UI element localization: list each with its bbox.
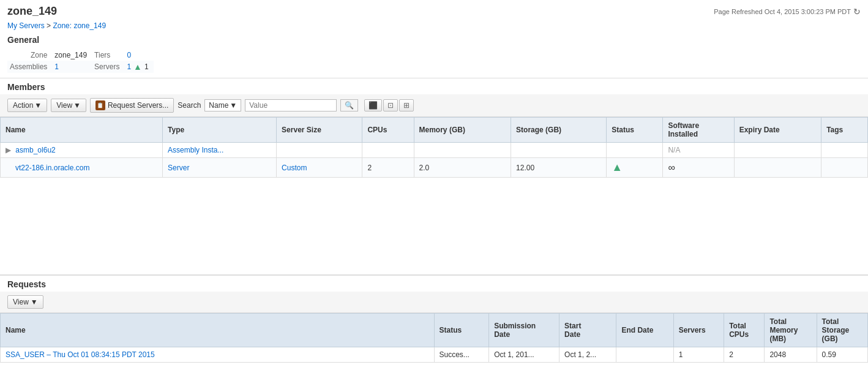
members-table-header: Name Type Server Size CPUs Memory (GB) S… <box>1 118 868 143</box>
row-software: N/A <box>663 143 734 158</box>
row-status: ▲ <box>607 158 663 178</box>
server-type-link[interactable]: Server <box>168 164 189 172</box>
req-col-status: Status <box>434 314 489 347</box>
assemblies-link[interactable]: 1 <box>54 62 59 71</box>
filter-name: Name <box>209 101 228 110</box>
spacer <box>0 178 868 270</box>
table-row: ▶ asmb_ol6u2 Assembly Insta... N/A <box>1 143 868 158</box>
table-row: SSA_USER – Thu Oct 01 08:34:15 PDT 2015 … <box>1 347 868 363</box>
tree-expand-icon[interactable]: ▶ <box>6 146 11 154</box>
assemblies-value: 1 <box>50 61 92 73</box>
req-col-end: End Date <box>616 314 673 347</box>
col-software: SoftwareInstalled <box>663 118 734 143</box>
req-total-memory: 2048 <box>765 347 817 363</box>
request-link[interactable]: SSA_USER – Thu Oct 01 08:34:15 PDT 2015 <box>6 350 155 359</box>
row-cpus <box>362 143 414 158</box>
breadcrumb: My Servers > Zone: zone_149 <box>0 20 868 31</box>
page-refresh: Page Refreshed Oct 4, 2015 3:00:23 PM PD… <box>714 7 861 17</box>
search-input[interactable] <box>245 99 337 111</box>
tiers-value: 0 <box>122 50 153 61</box>
col-storage: Storage (GB) <box>511 118 607 143</box>
req-col-servers: Servers <box>673 314 724 347</box>
status-badge: Succes... <box>440 350 470 359</box>
row-storage <box>511 143 607 158</box>
toolbar-icons: ⬛ ⊡ ⊞ <box>364 99 414 111</box>
req-submission-date: Oct 1, 201... <box>489 347 559 363</box>
row-name: ▶ asmb_ol6u2 <box>1 143 163 158</box>
server-cpus: 2 <box>367 164 372 172</box>
req-col-submission: SubmissionDate <box>489 314 559 347</box>
zone-label: Zone <box>7 50 50 61</box>
filter-arrow: ▼ <box>230 101 237 110</box>
action-dropdown-arrow: ▼ <box>34 101 42 110</box>
breadcrumb-my-servers[interactable]: My Servers <box>7 21 45 30</box>
filter-dropdown[interactable]: Name ▼ <box>204 99 241 111</box>
row-storage: 12.00 <box>511 158 607 178</box>
view-dropdown-arrow: ▼ <box>73 101 81 110</box>
requests-section-title: Requests <box>0 276 868 292</box>
server-storage: 12.00 <box>516 164 534 172</box>
general-section-title: General <box>0 31 868 47</box>
req-servers: 1 <box>673 347 724 363</box>
refresh-text: Page Refreshed Oct 4, 2015 3:00:23 PM PD… <box>714 8 851 15</box>
servers-value: 1 ▲ 1 <box>122 61 153 73</box>
general-info-table: Zone zone_149 Tiers 0 Assemblies 1 Serve… <box>7 50 154 73</box>
action-label: Action <box>13 101 33 110</box>
request-servers-label: Request Servers... <box>108 101 168 110</box>
requests-table: Name Status SubmissionDate StartDate End… <box>0 313 868 363</box>
row-server-size <box>277 143 362 158</box>
req-col-name: Name <box>1 314 435 347</box>
assembly-type-link[interactable]: Assembly Insta... <box>168 146 223 154</box>
row-status <box>607 143 663 158</box>
search-label: Search <box>178 101 201 110</box>
requests-view-button[interactable]: View ▼ <box>7 295 43 309</box>
wrap-button[interactable]: ⊞ <box>399 99 414 111</box>
row-server-size: Custom <box>277 158 362 178</box>
search-go-icon: 🔍 <box>345 101 354 110</box>
row-cpus: 2 <box>362 158 414 178</box>
row-memory: 2.0 <box>414 158 511 178</box>
search-go-button[interactable]: 🔍 <box>340 99 358 111</box>
row-software: ∞ <box>663 158 734 178</box>
col-memory: Memory (GB) <box>414 118 511 143</box>
requests-section: Requests View ▼ Name Status SubmissionDa… <box>0 274 868 363</box>
col-server-size: Server Size <box>277 118 362 143</box>
members-toolbar: Action ▼ View ▼ 📋 Request Servers... Sea… <box>0 94 868 117</box>
requests-table-header: Name Status SubmissionDate StartDate End… <box>1 314 868 347</box>
assemblies-label: Assemblies <box>7 61 50 73</box>
col-type: Type <box>163 118 277 143</box>
tiers-link[interactable]: 0 <box>127 51 131 59</box>
members-table: Name Type Server Size CPUs Memory (GB) S… <box>0 117 868 178</box>
request-servers-button[interactable]: 📋 Request Servers... <box>90 98 174 113</box>
freeze-columns-button[interactable]: ⬛ <box>364 99 382 111</box>
software-na: N/A <box>668 146 680 154</box>
tiers-label: Tiers <box>92 50 122 61</box>
table-row: vt22-186.in.oracle.com Server Custom 2 2… <box>1 158 868 178</box>
req-name: SSA_USER – Thu Oct 01 08:34:15 PDT 2015 <box>1 347 435 363</box>
breadcrumb-zone[interactable]: Zone: zone_149 <box>53 21 106 30</box>
general-section: Zone zone_149 Tiers 0 Assemblies 1 Serve… <box>0 47 868 78</box>
row-type: Server <box>163 158 277 178</box>
requests-view-label: View <box>13 298 29 306</box>
assembly-link[interactable]: asmb_ol6u2 <box>15 146 55 154</box>
view-button[interactable]: View ▼ <box>51 99 86 112</box>
requests-view-arrow: ▼ <box>31 298 38 306</box>
members-section-title: Members <box>0 78 868 94</box>
requests-toolbar: View ▼ <box>0 292 868 313</box>
action-button[interactable]: Action ▼ <box>7 99 47 112</box>
req-col-start: StartDate <box>559 314 616 347</box>
req-col-cpus: TotalCPUs <box>724 314 765 347</box>
server-size-link[interactable]: Custom <box>282 164 307 172</box>
servers-link[interactable]: 1 <box>127 62 131 71</box>
row-name: vt22-186.in.oracle.com <box>1 158 163 178</box>
server-link[interactable]: vt22-186.in.oracle.com <box>15 164 89 172</box>
zone-value: zone_149 <box>50 50 92 61</box>
servers-up-count: 1 <box>144 62 149 71</box>
req-total-cpus: 2 <box>724 347 765 363</box>
refresh-icon[interactable]: ↻ <box>853 7 861 17</box>
col-status: Status <box>607 118 663 143</box>
detach-button[interactable]: ⊡ <box>383 99 398 111</box>
col-expiry: Expiry Date <box>734 118 821 143</box>
server-memory: 2.0 <box>419 164 430 172</box>
row-expiry <box>734 158 821 178</box>
